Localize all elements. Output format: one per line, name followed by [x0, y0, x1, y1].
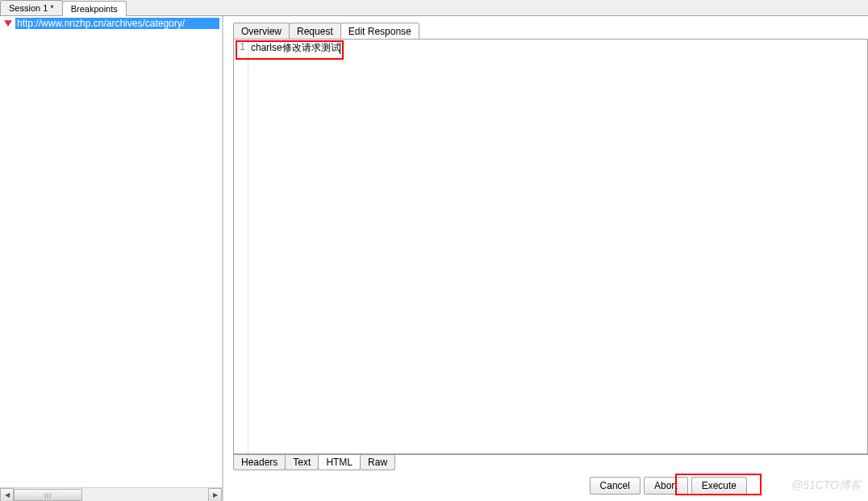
- breakpoint-item[interactable]: http://www.nnzhp.cn/archives/category/: [0, 17, 222, 30]
- tab-session[interactable]: Session 1 *: [0, 0, 63, 15]
- line-number: 1: [234, 41, 245, 52]
- tab-raw[interactable]: Raw: [360, 455, 395, 470]
- horizontal-scrollbar[interactable]: ◀ ||| ▶: [0, 487, 222, 501]
- left-panel: http://www.nnzhp.cn/archives/category/ ◀…: [0, 16, 223, 501]
- svg-marker-0: [5, 21, 12, 27]
- line-gutter: 1: [234, 40, 248, 453]
- text-cursor: [340, 43, 340, 54]
- top-tab-bar: Session 1 * Breakpoints: [0, 0, 868, 16]
- watermark: @51CTO博客: [791, 478, 862, 493]
- breakpoint-url: http://www.nnzhp.cn/archives/category/: [15, 18, 219, 29]
- abort-button[interactable]: Abort: [644, 477, 688, 495]
- tab-edit-response[interactable]: Edit Response: [340, 23, 419, 39]
- editor-text: charlse修改请求测试: [251, 42, 340, 53]
- right-panel: Overview Request Edit Response 1 charlse…: [223, 16, 868, 501]
- tab-text[interactable]: Text: [285, 455, 319, 470]
- scroll-left-button[interactable]: ◀: [0, 488, 14, 502]
- scroll-track[interactable]: |||: [14, 489, 208, 501]
- tab-html[interactable]: HTML: [318, 455, 361, 470]
- action-bar: Cancel Abort Execute: [233, 470, 868, 501]
- tab-headers[interactable]: Headers: [233, 455, 286, 470]
- editor-content[interactable]: charlse修改请求测试: [248, 40, 867, 453]
- format-tab-bar: Headers Text HTML Raw: [233, 454, 868, 470]
- cancel-button[interactable]: Cancel: [590, 477, 641, 495]
- execute-button[interactable]: Execute: [691, 477, 747, 495]
- tab-overview[interactable]: Overview: [233, 23, 290, 39]
- breakpoint-list: http://www.nnzhp.cn/archives/category/: [0, 16, 222, 487]
- detail-tab-bar: Overview Request Edit Response: [233, 23, 868, 39]
- response-editor[interactable]: 1 charlse修改请求测试: [233, 39, 868, 454]
- down-arrow-icon: [2, 18, 14, 29]
- scroll-right-button[interactable]: ▶: [208, 488, 222, 502]
- tab-request[interactable]: Request: [289, 23, 341, 39]
- tab-breakpoints[interactable]: Breakpoints: [62, 1, 127, 16]
- scroll-thumb[interactable]: |||: [14, 489, 82, 501]
